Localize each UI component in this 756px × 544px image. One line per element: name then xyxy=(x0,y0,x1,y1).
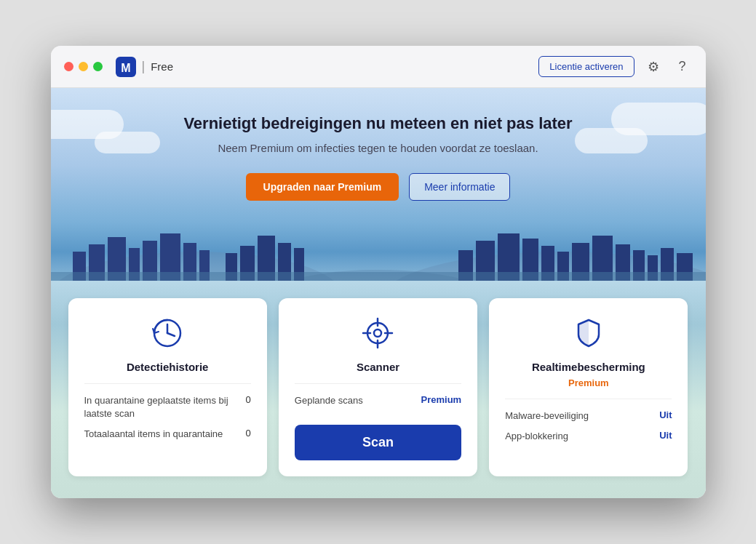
logo-label: Free xyxy=(151,60,173,73)
titlebar: M | Free Licentie activeren ⚙ ? xyxy=(51,46,706,88)
help-icon[interactable]: ? xyxy=(672,57,693,77)
scanner-icon xyxy=(295,316,461,351)
quarantine-total-label: Totaalaantal items in quarantaine xyxy=(84,428,240,441)
scheduled-scans-row: Geplande scans Premium xyxy=(295,394,461,407)
detection-history-title: Detectiehistorie xyxy=(84,361,251,373)
hero-section: Vernietigt bedreigingen nu meteen en nie… xyxy=(51,88,706,281)
logo-area: M | Free xyxy=(116,57,174,77)
app-blocking-row: App-blokkering Uit xyxy=(505,430,672,443)
traffic-lights xyxy=(64,62,103,71)
realtime-protection-icon xyxy=(505,316,672,351)
svg-text:M: M xyxy=(121,62,130,74)
quarantine-last-scan-row: In quarantaine geplaatste items bij laat… xyxy=(84,394,251,420)
upgrade-button[interactable]: Upgraden naar Premium xyxy=(246,173,399,201)
cloud-decoration xyxy=(95,132,160,153)
scan-button[interactable]: Scan xyxy=(295,425,461,460)
quarantine-last-scan-label: In quarantaine geplaatste items bij laat… xyxy=(84,394,240,420)
license-activate-button[interactable]: Licentie activeren xyxy=(538,56,634,77)
malware-protection-label: Malware-beveiliging xyxy=(505,409,653,423)
quarantine-total-row: Totaalaantal items in quarantaine 0 xyxy=(84,428,251,441)
realtime-premium-badge: Premium xyxy=(505,377,672,388)
realtime-protection-card: Realtimebescherming Premium Malware-beve… xyxy=(489,298,688,476)
svg-line-34 xyxy=(167,333,175,336)
detection-history-icon xyxy=(84,316,251,351)
cityscape-illustration xyxy=(80,223,677,281)
hero-buttons: Upgraden naar Premium Meer informatie xyxy=(80,173,677,201)
quarantine-last-scan-value: 0 xyxy=(246,394,251,405)
cloud-decoration xyxy=(575,128,648,153)
svg-rect-31 xyxy=(51,272,706,281)
settings-icon[interactable]: ⚙ xyxy=(643,57,664,77)
app-blocking-label: App-blokkering xyxy=(505,430,653,443)
more-info-button[interactable]: Meer informatie xyxy=(409,173,510,201)
close-button[interactable] xyxy=(64,62,73,71)
malware-protection-value[interactable]: Uit xyxy=(659,409,672,420)
quarantine-total-value: 0 xyxy=(246,428,251,439)
titlebar-right: Licentie activeren ⚙ ? xyxy=(538,56,692,77)
minimize-button[interactable] xyxy=(79,62,88,71)
card-divider xyxy=(295,383,461,384)
malware-protection-row: Malware-beveiliging Uit xyxy=(505,409,672,423)
realtime-title: Realtimebescherming xyxy=(505,361,672,373)
app-blocking-value[interactable]: Uit xyxy=(659,430,672,441)
app-window: M | Free Licentie activeren ⚙ ? Vernieti… xyxy=(51,46,706,498)
scanner-title: Scanner xyxy=(295,361,461,373)
svg-point-36 xyxy=(374,329,381,337)
maximize-button[interactable] xyxy=(93,62,103,71)
scheduled-scans-value[interactable]: Premium xyxy=(421,394,462,405)
cards-section: Detectiehistorie In quarantaine geplaats… xyxy=(51,281,706,498)
detection-history-card: Detectiehistorie In quarantaine geplaats… xyxy=(68,298,267,476)
logo-separator: | xyxy=(142,59,146,74)
scanner-card: Scanner Geplande scans Premium Scan xyxy=(279,298,477,476)
app-logo-icon: M xyxy=(116,57,136,77)
card-divider xyxy=(84,383,251,384)
card-divider xyxy=(505,399,672,399)
scheduled-scans-label: Geplande scans xyxy=(295,394,415,407)
